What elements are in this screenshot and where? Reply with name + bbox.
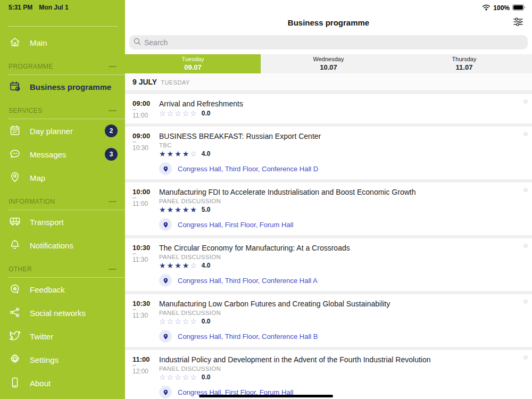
star-icon[interactable]: ☆ (167, 317, 174, 326)
star-icon[interactable]: ★ (182, 261, 189, 270)
star-icon[interactable]: ★ (159, 205, 166, 214)
star-icon[interactable]: ★ (190, 205, 197, 214)
star-icon[interactable]: ★ (182, 149, 189, 158)
star-icon[interactable]: ☆ (174, 109, 181, 118)
event-time: 10:0011:00 (132, 187, 153, 231)
event-location[interactable]: Congress Hall, Third Floor, Conference H… (159, 274, 350, 287)
event-card[interactable]: 11:0012:00Industrial Policy and Developm… (125, 350, 532, 399)
star-icon[interactable]: ★ (167, 261, 174, 270)
sidebar-item-label: Social networks (30, 309, 86, 318)
event-location[interactable]: Congress Hall, First Floor, Forum Hall (159, 218, 415, 231)
star-icon[interactable]: ★ (167, 205, 174, 214)
sidebar-item-transport[interactable]: Transport (0, 210, 125, 234)
star-icon[interactable]: ☆ (190, 317, 197, 326)
app-window: 5:31 PM Mon Jul 1 MainPROGRAMMEBusiness … (0, 0, 532, 399)
tab-tuesday[interactable]: Tuesday09.07 (125, 54, 261, 73)
event-time: 10:3011:30 (132, 243, 153, 287)
wifi-icon (482, 4, 491, 12)
event-subtitle: PANEL DISCUSSION (159, 254, 350, 260)
time-dash (132, 197, 136, 198)
star-icon[interactable]: ☆ (182, 373, 189, 381)
event-status-dot[interactable] (523, 99, 528, 104)
event-card[interactable]: 10:3011:30Manufacturing Low Carbon Futur… (125, 294, 532, 347)
star-icon[interactable]: ☆ (182, 109, 189, 118)
star-icon[interactable]: ☆ (190, 373, 197, 381)
star-icon[interactable]: ★ (159, 149, 166, 158)
sidebar-item-main[interactable]: Main (0, 31, 125, 54)
time-dash (132, 142, 136, 143)
event-rating-row: ☆☆☆☆☆0.0 (159, 317, 390, 326)
tab-thursday[interactable]: Thursday11.07 (396, 54, 532, 73)
home-indicator[interactable] (199, 395, 333, 397)
event-title: Industrial Policy and Development in the… (159, 354, 431, 364)
search-bar-container: Search (125, 31, 532, 54)
star-icon[interactable]: ★ (174, 205, 181, 214)
event-status-dot[interactable] (523, 300, 528, 304)
event-card[interactable]: 09:0010:30BUSINESS BREAKFAST: Russian Ex… (125, 127, 532, 179)
filter-sliders-icon[interactable] (511, 15, 525, 29)
section-dash-icon (109, 269, 117, 270)
star-icon[interactable]: ★ (159, 261, 166, 270)
sidebar-item-map[interactable]: Map (0, 166, 125, 189)
event-title: The Circular Economy for Manufacturing: … (159, 243, 350, 252)
star-icon[interactable]: ★ (167, 149, 174, 158)
time-dash (132, 309, 136, 310)
star-icon[interactable]: ☆ (159, 373, 166, 381)
location-pin-icon (159, 162, 172, 175)
event-status-dot[interactable] (523, 355, 528, 360)
messages-icon (9, 147, 21, 162)
sidebar-item-notifications[interactable]: Notifications (0, 234, 125, 257)
star-icon[interactable]: ☆ (174, 373, 181, 381)
event-start-time: 09:00 (132, 132, 153, 140)
star-icon[interactable]: ☆ (167, 109, 174, 118)
sidebar-item-feedback[interactable]: Feedback (0, 278, 125, 301)
star-icon[interactable]: ☆ (167, 373, 174, 381)
star-icon[interactable]: ★ (174, 149, 181, 158)
sidebar-item-day-planner[interactable]: 27Day planner2 (0, 119, 125, 143)
star-icon[interactable]: ★ (182, 205, 189, 214)
sidebar-item-label: Day planner (30, 127, 73, 136)
gear-icon (9, 353, 21, 367)
star-icon[interactable]: ☆ (174, 317, 181, 326)
battery-icon (512, 4, 526, 12)
event-start-time: 09:00 (132, 99, 153, 107)
event-card[interactable]: 10:0011:00Manufacturing FDI to Accelerat… (125, 182, 532, 235)
event-card[interactable]: 09:0011:00Arrival and Refreshments☆☆☆☆☆0… (125, 94, 532, 123)
sidebar-item-about[interactable]: About (0, 371, 125, 395)
sidebar-item-business-programme[interactable]: Business programme (0, 75, 125, 98)
star-icon[interactable]: ☆ (182, 317, 189, 326)
search-input[interactable]: Search (129, 35, 528, 49)
star-icon[interactable]: ☆ (190, 261, 197, 270)
sidebar-section-label: INFORMATION (9, 198, 55, 205)
star-icon[interactable]: ☆ (159, 317, 166, 326)
sidebar-item-social-networks[interactable]: Social networks (0, 301, 125, 325)
location-pin-icon (159, 274, 172, 287)
star-icon[interactable]: ☆ (190, 109, 197, 118)
star-icon[interactable]: ★ (174, 261, 181, 270)
event-status-dot[interactable] (523, 188, 528, 192)
event-end-time: 11:30 (132, 256, 153, 263)
event-subtitle: PANEL DISCUSSION (159, 310, 390, 316)
event-location[interactable]: Congress Hall, Third Floor, Conference H… (159, 330, 390, 343)
sidebar-item-label: Business programme (30, 82, 111, 92)
tab-wednesday[interactable]: Wednesday10.07 (261, 54, 396, 73)
sidebar-item-settings[interactable]: Settings (0, 348, 125, 371)
event-body: Arrival and Refreshments☆☆☆☆☆0.0 (159, 98, 243, 119)
star-icon[interactable]: ☆ (190, 149, 197, 158)
event-status-dot[interactable] (523, 132, 528, 136)
sidebar-item-messages[interactable]: Messages3 (0, 143, 125, 166)
location-pin-icon (159, 330, 172, 343)
event-rating-row: ☆☆☆☆☆0.0 (159, 109, 243, 118)
event-card[interactable]: 10:3011:30The Circular Economy for Manuf… (125, 238, 532, 291)
sidebar-item-twitter[interactable]: Twitter (0, 325, 125, 348)
event-title: Arrival and Refreshments (159, 98, 243, 108)
time-dash (132, 253, 136, 254)
sidebar-section-programme: PROGRAMME (0, 54, 125, 74)
event-location[interactable]: Congress Hall, Third Floor, Conference H… (159, 162, 321, 175)
event-body: The Circular Economy for Manufacturing: … (159, 243, 350, 287)
star-icon[interactable]: ☆ (159, 109, 166, 118)
event-status-dot[interactable] (523, 244, 528, 248)
notification-badge: 3 (105, 148, 118, 161)
calendar-event-icon (9, 80, 21, 94)
event-body: BUSINESS BREAKFAST: Russian Export Cente… (159, 131, 321, 175)
